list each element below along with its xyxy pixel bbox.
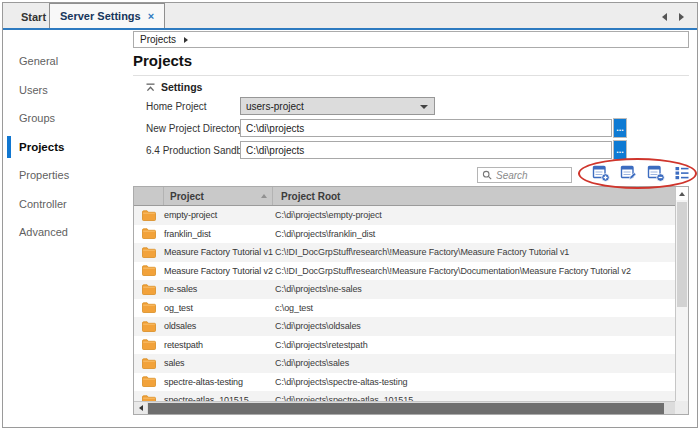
- sidebar-item-label: Controller: [19, 198, 67, 210]
- table-row[interactable]: oldsalesC:\di\projects\oldsales: [134, 317, 675, 336]
- sidebar: GeneralUsersGroupsProjectsPropertiesCont…: [3, 47, 130, 247]
- arrow-up-icon: [679, 192, 685, 196]
- home-project-dropdown[interactable]: users-project: [240, 97, 435, 115]
- production-sandbox-input[interactable]: [240, 141, 612, 159]
- browse-production-sandbox-button[interactable]: ...: [613, 140, 627, 160]
- sidebar-item-label: Properties: [19, 169, 69, 181]
- list-view-button[interactable]: [673, 164, 691, 182]
- project-root-cell: C:\di\projects\ne-sales: [275, 284, 675, 294]
- tab-bar: Start Server Settings ×: [3, 3, 697, 28]
- tab-scroll-right-icon[interactable]: [679, 13, 684, 21]
- table-row[interactable]: Measure Factory Tutorial v1C:\!DI_DocGrp…: [134, 243, 675, 262]
- table-row[interactable]: retestpathC:\di\projects\retestpath: [134, 336, 675, 355]
- sidebar-item-advanced[interactable]: Advanced: [3, 218, 130, 247]
- title-divider: [133, 75, 689, 76]
- project-root-cell: C:\!DI_DocGrpStuff\research\!Measure Fac…: [275, 247, 675, 257]
- table-row[interactable]: Measure Factory Tutorial v2C:\!DI_DocGrp…: [134, 262, 675, 281]
- project-root-column-header[interactable]: Project Root: [273, 187, 675, 205]
- project-cell: oldsales: [164, 321, 275, 331]
- scroll-left-button[interactable]: [134, 402, 147, 414]
- horizontal-scrollbar[interactable]: [134, 401, 675, 414]
- sidebar-item-label: Advanced: [19, 226, 68, 238]
- folder-icon: [142, 358, 156, 369]
- remove-project-icon: [647, 164, 665, 182]
- sidebar-item-label: Groups: [19, 112, 55, 124]
- arrow-left-icon: [139, 405, 143, 411]
- settings-section-title: Settings: [161, 81, 202, 93]
- project-cell: ne-sales: [164, 284, 275, 294]
- settings-section-header: Settings: [146, 81, 202, 93]
- sidebar-item-controller[interactable]: Controller: [3, 190, 130, 219]
- tab-server-settings-label: Server Settings: [60, 10, 141, 22]
- chevron-down-icon: [420, 105, 428, 109]
- sidebar-item-properties[interactable]: Properties: [3, 161, 130, 190]
- project-root-cell: C:\di\projects\franklin_dist: [275, 229, 675, 239]
- table-body: empty-projectC:\di\projects\empty-projec…: [134, 206, 675, 414]
- folder-icon: [142, 228, 156, 239]
- scrollbar-corner: [675, 401, 688, 414]
- tab-scroll-left-icon[interactable]: [662, 13, 667, 21]
- table-row[interactable]: ne-salesC:\di\projects\ne-sales: [134, 280, 675, 299]
- folder-icon: [142, 339, 156, 350]
- edit-project-button[interactable]: [620, 164, 638, 182]
- breadcrumb-arrow-icon: [184, 37, 188, 43]
- add-project-button[interactable]: [592, 164, 610, 182]
- sidebar-item-projects[interactable]: Projects: [3, 133, 130, 162]
- project-root-cell: C:\di\projects\sales: [275, 358, 675, 368]
- project-cell: sales: [164, 358, 275, 368]
- table-row[interactable]: empty-projectC:\di\projects\empty-projec…: [134, 206, 675, 225]
- sidebar-item-general[interactable]: General: [3, 47, 130, 76]
- project-cell: Measure Factory Tutorial v2: [164, 266, 275, 276]
- project-cell: spectre-altas-testing: [164, 377, 275, 387]
- add-project-icon: [592, 164, 610, 182]
- project-column-header[interactable]: Project: [164, 187, 273, 205]
- tab-start-label: Start: [21, 11, 46, 23]
- table-row[interactable]: spectre-altas-testingC:\di\projects\spec…: [134, 373, 675, 392]
- folder-icon: [142, 265, 156, 276]
- table-header: Project Project Root: [134, 187, 675, 206]
- sidebar-item-groups[interactable]: Groups: [3, 104, 130, 133]
- folder-icon: [142, 302, 156, 313]
- home-project-value: users-project: [246, 101, 304, 112]
- vertical-scroll-thumb[interactable]: [677, 202, 687, 307]
- vertical-scrollbar[interactable]: [675, 187, 688, 401]
- project-root-cell: C:\di\projects\retestpath: [275, 340, 675, 350]
- table-row[interactable]: og_testc:\og_test: [134, 299, 675, 318]
- home-project-label: Home Project: [146, 101, 207, 112]
- scroll-up-button[interactable]: [676, 187, 688, 200]
- horizontal-scroll-thumb[interactable]: [148, 403, 664, 414]
- project-root-cell: C:\di\projects\oldsales: [275, 321, 675, 331]
- edit-project-icon: [620, 164, 638, 182]
- project-root-cell: c:\og_test: [275, 303, 675, 313]
- server-settings-window: Start Server Settings × GeneralUsersGrou…: [0, 0, 700, 430]
- folder-icon: [142, 210, 156, 221]
- remove-project-button[interactable]: [647, 164, 665, 182]
- breadcrumb[interactable]: Projects: [133, 31, 689, 48]
- folder-icon: [142, 284, 156, 295]
- sort-ascending-icon: [261, 194, 267, 198]
- sidebar-item-users[interactable]: Users: [3, 76, 130, 105]
- close-icon[interactable]: ×: [148, 11, 154, 22]
- sidebar-item-label: Users: [19, 84, 48, 96]
- icon-column-header: [134, 187, 164, 205]
- table-row[interactable]: salesC:\di\projects\sales: [134, 354, 675, 373]
- collapse-section-icon[interactable]: [146, 83, 155, 92]
- folder-icon: [142, 376, 156, 387]
- breadcrumb-label: Projects: [140, 34, 176, 45]
- sidebar-item-label: General: [19, 55, 58, 67]
- search-input[interactable]: [496, 170, 566, 181]
- project-root-cell: C:\di\projects\empty-project: [275, 210, 675, 220]
- folder-icon: [142, 321, 156, 332]
- active-tab-underline: [3, 28, 697, 30]
- browse-new-project-directory-button[interactable]: ...: [613, 118, 627, 138]
- project-cell: Measure Factory Tutorial v1: [164, 247, 275, 257]
- tab-server-settings[interactable]: Server Settings ×: [49, 3, 165, 28]
- project-cell: empty-project: [164, 210, 275, 220]
- new-project-directory-label: New Project Directory: [146, 123, 243, 134]
- project-cell: retestpath: [164, 340, 275, 350]
- new-project-directory-input[interactable]: [240, 119, 612, 137]
- table-row[interactable]: franklin_distC:\di\projects\franklin_dis…: [134, 225, 675, 244]
- selected-indicator: [7, 136, 11, 158]
- sidebar-item-label: Projects: [19, 141, 64, 153]
- projects-table: Project Project Root empty-projectC:\di\…: [133, 186, 689, 415]
